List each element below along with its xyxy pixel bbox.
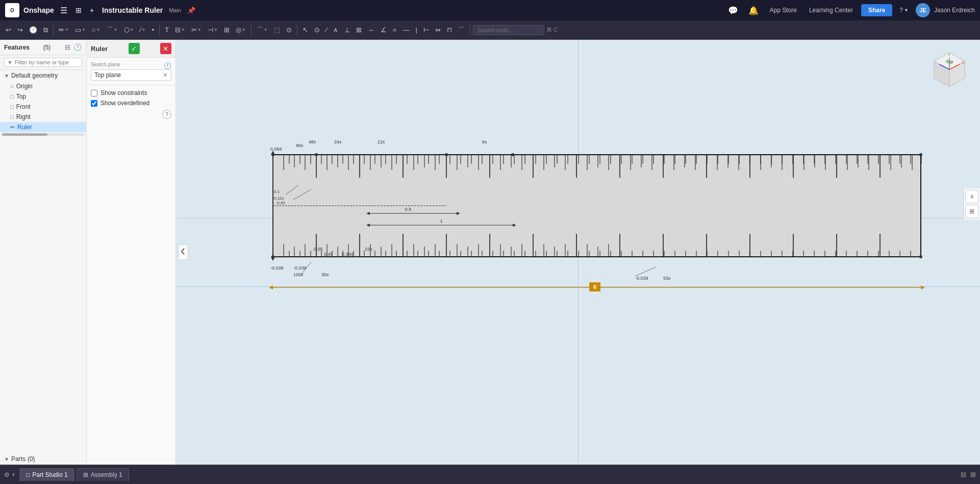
network-icon-button[interactable]: ⊞: [73, 4, 84, 16]
separator-5: [470, 25, 470, 36]
line-tool-button[interactable]: ∕: [323, 24, 330, 36]
sketch-plane-selector[interactable]: Top plane ✕: [91, 69, 171, 81]
notification-icon-button[interactable]: 🔔: [745, 4, 762, 17]
equal-button[interactable]: =: [390, 24, 399, 36]
onshape-logo: O: [5, 3, 19, 17]
undo-button[interactable]: ↩: [3, 24, 14, 36]
sketch-plane-clear-button[interactable]: ✕: [163, 71, 168, 79]
perpendicular-button[interactable]: ⊥: [342, 24, 353, 36]
sidebar-item-front[interactable]: □ Front: [0, 102, 86, 112]
canvas-area[interactable]: 6 1 0.069 96x 48x 24x 12x 6x 0.5: [176, 40, 980, 465]
pierce-button[interactable]: ⌒: [456, 23, 467, 37]
learning-center-button[interactable]: Learning Center: [805, 5, 857, 16]
dot-button[interactable]: •: [149, 24, 157, 36]
tangent-button[interactable]: ∧: [331, 24, 341, 36]
sketch-cancel-button[interactable]: ✕: [160, 43, 171, 54]
colinear2-button[interactable]: ⊢: [421, 24, 432, 36]
fix-button[interactable]: ⊓: [444, 24, 455, 36]
parts-count: (0): [28, 455, 35, 463]
sidebar-item-ruler[interactable]: ✏ Ruler: [0, 122, 86, 132]
line-button[interactable]: ∕▼: [137, 24, 148, 36]
circular-pattern-button[interactable]: ◎▼: [233, 24, 248, 36]
right-panel-btn-2[interactable]: ⊞: [965, 205, 978, 218]
colinear-button[interactable]: |: [413, 24, 419, 36]
help-circle-button[interactable]: ?: [162, 110, 171, 119]
filter-input[interactable]: [15, 59, 85, 65]
help-button[interactable]: ? ▼: [896, 5, 912, 16]
history-button[interactable]: 🕐: [27, 24, 40, 36]
main-layout: Features (5) ⊟ 🕐 ▼ ▼ Default geometry ○ …: [0, 40, 980, 465]
bottom-add-button[interactable]: +: [12, 471, 15, 478]
svg-text:6x: 6x: [482, 139, 487, 144]
sidebar-expand-button[interactable]: ⊟: [64, 43, 71, 52]
sidebar-item-label: Ruler: [17, 124, 32, 131]
default-geometry-section[interactable]: ▼ Default geometry: [0, 70, 86, 81]
show-constraints-checkbox[interactable]: [91, 90, 97, 96]
text-button[interactable]: T: [162, 24, 171, 36]
point-button[interactable]: ⊙: [284, 24, 294, 36]
dimension-button[interactable]: ↔: [365, 24, 377, 36]
bottom-right-icon-1[interactable]: ⊟: [961, 471, 966, 478]
sketch-plane-history-button[interactable]: 🕐: [164, 62, 171, 69]
symmetric-button[interactable]: ⇔: [433, 24, 443, 36]
sketch-button[interactable]: ✏▼: [56, 24, 71, 36]
sidebar-header-icons: ⊟ 🕐: [64, 43, 82, 52]
cursor-button[interactable]: ↖: [300, 24, 311, 36]
trim-icon-button[interactable]: ✂▼: [189, 24, 204, 36]
horizontal-button[interactable]: —: [400, 24, 412, 36]
header: O Onshape ☰ ⊞ + Instructable Ruler Main …: [0, 0, 980, 20]
polygon-button[interactable]: ⬡▼: [121, 24, 137, 36]
sidebar-item-origin[interactable]: ○ Origin: [0, 81, 86, 91]
parts-section[interactable]: ▼ Parts (0): [0, 453, 86, 465]
sidebar-item-label: Right: [16, 113, 31, 120]
tab-assembly[interactable]: ⊞ Assembly 1: [77, 468, 129, 481]
origin-icon: ○: [10, 83, 14, 89]
right-panel-btn-1[interactable]: ≡: [965, 190, 978, 203]
redo-button[interactable]: ↪: [15, 24, 26, 36]
default-geometry-label: Default geometry: [11, 72, 58, 79]
linear-pattern-button[interactable]: ⊞: [221, 24, 232, 36]
sidebar-item-top[interactable]: □ Top: [0, 91, 86, 102]
bottom-right-icon-2[interactable]: ⊞: [970, 471, 976, 478]
sketch-confirm-button[interactable]: ✓: [129, 43, 140, 54]
viewport-cube[interactable]: Top X Y: [929, 50, 970, 91]
circle-button[interactable]: ○▼: [89, 24, 103, 36]
filter-wrapper: ▼: [4, 58, 82, 67]
angle-button[interactable]: ∠: [378, 24, 389, 36]
svg-text:24x: 24x: [334, 139, 342, 144]
bottom-settings-button[interactable]: ⚙: [4, 471, 10, 478]
svg-text:-0.039: -0.039: [270, 265, 284, 271]
sidebar-scrollbar[interactable]: [2, 133, 84, 136]
target-button[interactable]: ⊙: [312, 24, 322, 36]
coincident-button[interactable]: ⊠: [354, 24, 364, 36]
svg-line-261: [635, 267, 656, 276]
ruler-drawing: 6 1 0.069 96x 48x 24x 12x 6x 0.5: [268, 68, 931, 400]
sidebar-item-right[interactable]: □ Right: [0, 112, 86, 122]
svg-text:X: X: [962, 60, 965, 65]
chat-icon-button[interactable]: 💬: [725, 4, 741, 17]
add-icon-button[interactable]: +: [88, 4, 96, 16]
share-button[interactable]: Share: [861, 4, 892, 16]
sketch-options: Show constraints Show overdefined ?: [87, 85, 175, 123]
collapse-panel-button[interactable]: [178, 245, 188, 260]
show-overdefined-checkbox[interactable]: [91, 100, 97, 107]
hamburger-menu-button[interactable]: ☰: [58, 4, 69, 17]
copy-button[interactable]: ⧉: [41, 24, 51, 36]
fillet-button[interactable]: ⌒▼: [254, 23, 270, 37]
svg-point-266: [315, 153, 318, 156]
pin-button[interactable]: 📌: [185, 5, 197, 16]
app-store-button[interactable]: App Store: [766, 5, 801, 16]
rect-button[interactable]: ▭▼: [72, 24, 88, 36]
svg-point-263: [271, 255, 274, 258]
tab-assembly-icon: ⊞: [83, 471, 88, 478]
arc-button[interactable]: ⌒▼: [104, 23, 120, 37]
construction-button[interactable]: ⬚: [271, 24, 283, 36]
mirror-button[interactable]: ⊣▼: [205, 24, 220, 36]
search-tools-input[interactable]: [473, 25, 544, 35]
slot-button[interactable]: ⊟▼: [172, 24, 188, 36]
features-count: (5): [43, 44, 51, 51]
tab-part-studio-icon: □: [26, 471, 30, 478]
tab-part-studio[interactable]: □ Part Studio 1: [19, 468, 74, 481]
sidebar-history-button[interactable]: 🕐: [73, 43, 82, 52]
svg-point-264: [919, 153, 922, 156]
